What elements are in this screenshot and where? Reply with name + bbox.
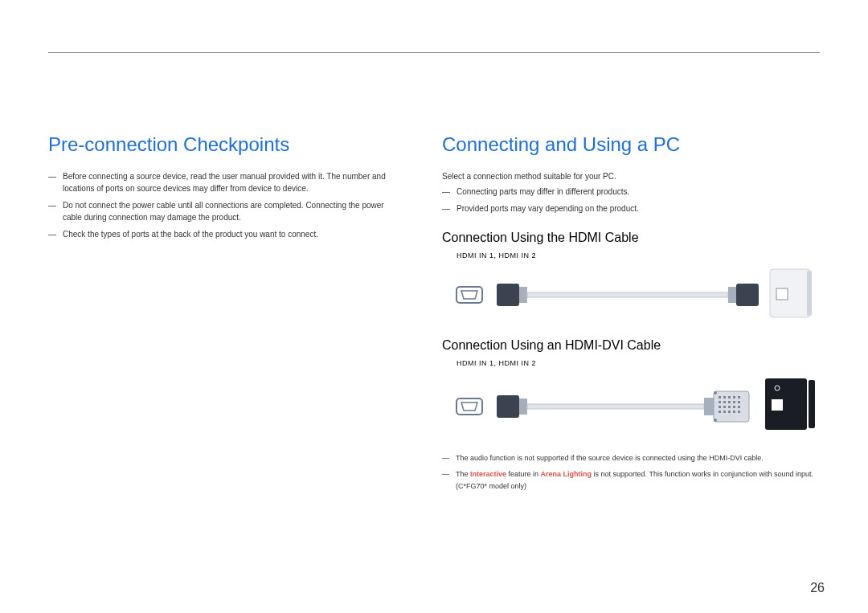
pc-intro-list: Select a connection method suitable for … [442,170,820,215]
svg-rect-22 [728,401,731,403]
dash-icon: ― [48,228,56,240]
svg-rect-23 [733,401,735,403]
hdmi-cable-diagram [450,263,820,322]
port-label-hdmi-dvi: HDMI IN 1, HDMI IN 2 [457,359,820,367]
svg-rect-15 [719,396,721,398]
svg-rect-5 [736,284,759,306]
svg-rect-18 [733,396,735,398]
feature-arena: Arena Lighting [541,470,592,478]
dash-icon: ― [48,199,56,223]
note-text: Provided ports may vary depending on the… [457,202,639,215]
note-item: ― Check the types of ports at the back o… [48,228,402,240]
svg-rect-17 [728,396,731,398]
svg-rect-4 [728,287,736,303]
hdmi-dvi-cable-diagram [450,370,820,438]
svg-point-36 [714,419,717,422]
svg-rect-38 [772,399,783,411]
section-heading-pc: Connecting and Using a PC [442,133,820,156]
svg-rect-34 [738,411,740,413]
section-heading-checkpoints: Pre-connection Checkpoints [48,133,402,156]
top-rule [48,52,820,53]
svg-rect-20 [719,401,721,403]
svg-rect-19 [738,396,740,398]
right-column: Connecting and Using a PC Select a conne… [442,133,820,497]
svg-rect-28 [733,406,735,408]
intro-text: Select a connection method suitable for … [442,170,820,182]
svg-rect-1 [497,284,519,306]
svg-rect-40 [809,380,815,428]
checkpoints-list: ― Before connecting a source device, rea… [48,170,402,240]
svg-rect-27 [728,406,731,408]
footnote-text: The Interactive feature in Arena Lightin… [456,468,820,492]
svg-rect-10 [497,395,519,418]
svg-rect-32 [728,411,731,413]
subheading-hdmi-dvi: Connection Using an HDMI-DVI Cable [442,338,820,353]
svg-rect-0 [457,287,482,303]
two-column-layout: Pre-connection Checkpoints ― Before conn… [48,133,820,497]
note-text: Check the types of ports at the back of … [63,228,318,240]
svg-rect-30 [719,411,721,413]
svg-rect-24 [738,401,740,403]
manual-page: Pre-connection Checkpoints ― Before conn… [0,0,868,613]
dash-icon: ― [442,468,449,492]
page-number: 26 [810,581,825,595]
svg-rect-2 [519,287,527,303]
note-item: ― Provided ports may vary depending on t… [442,202,820,215]
svg-rect-7 [776,288,788,300]
svg-rect-26 [723,406,726,408]
dash-icon: ― [442,202,450,215]
dash-icon: ― [442,452,449,464]
footnote-item: ― The audio function is not supported if… [442,452,820,464]
left-column: Pre-connection Checkpoints ― Before conn… [48,133,402,497]
svg-rect-29 [738,406,740,408]
svg-rect-3 [527,292,728,297]
svg-rect-25 [719,406,721,408]
note-text: Connecting parts may differ in different… [457,186,629,198]
svg-rect-13 [704,398,714,415]
svg-rect-11 [519,398,527,415]
svg-rect-21 [723,401,726,403]
svg-point-35 [714,391,717,394]
subheading-hdmi: Connection Using the HDMI Cable [442,231,820,245]
svg-rect-12 [527,404,704,409]
port-label-hdmi: HDMI IN 1, HDMI IN 2 [457,251,820,260]
svg-rect-33 [733,411,735,413]
note-item: ― Before connecting a source device, rea… [48,170,402,194]
footnote-item: ― The Interactive feature in Arena Light… [442,468,820,492]
dash-icon: ― [48,170,56,194]
note-text: Before connecting a source device, read … [63,170,402,194]
svg-rect-9 [457,398,482,415]
svg-rect-16 [723,396,726,398]
svg-rect-37 [765,378,807,430]
dash-icon: ― [442,186,450,198]
note-item: ― Connecting parts may differ in differe… [442,186,820,198]
svg-rect-31 [723,411,726,413]
footnotes: ― The audio function is not supported if… [442,452,820,492]
footnote-text: The audio function is not supported if t… [456,452,764,464]
svg-rect-8 [807,271,812,316]
feature-interactive: Interactive [470,470,506,478]
note-text: Do not connect the power cable until all… [63,199,402,223]
note-item: ― Do not connect the power cable until a… [48,199,402,223]
